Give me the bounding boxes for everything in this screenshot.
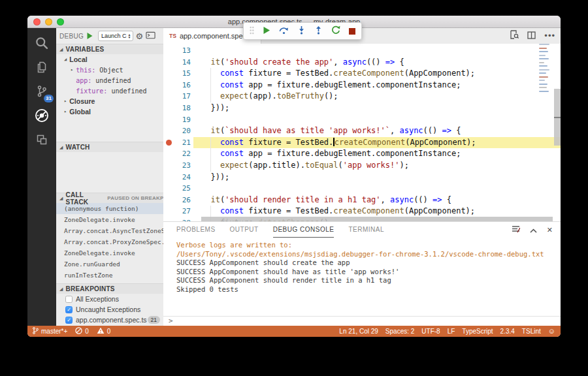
configure-gear-icon[interactable]: ⚙	[136, 32, 144, 40]
debug-sidebar: DEBUG Launch C ▲▼ ⚙ ◢ VARIABLES ◢Local▸t…	[56, 28, 163, 326]
call-stack-section-header[interactable]: ◢ CALL STACK PAUSED ON BREAKPO...	[56, 193, 163, 203]
minimap-line	[539, 69, 549, 70]
watch-section-header[interactable]: ◢ WATCH	[56, 142, 163, 152]
continue-button[interactable]	[263, 25, 270, 37]
breakpoints-list: All Exceptions✓Uncaught Exceptions✓app.c…	[56, 294, 163, 325]
code-line-17[interactable]: 17 expect(app).toBeTruthy();	[163, 91, 561, 102]
status-item[interactable]: UTF-8	[421, 328, 440, 335]
clear-console-icon[interactable]	[512, 224, 520, 236]
status-item[interactable]: TypeScript	[462, 328, 493, 335]
editor-tab-bar: TS app.component.spec.ts •••	[163, 28, 561, 44]
panel-tab-debug-console[interactable]: DEBUG CONSOLE	[273, 222, 335, 238]
stack-frame[interactable]: (anonymous function)	[56, 203, 163, 214]
stack-frame[interactable]: ZoneDelegate.invoke	[56, 214, 163, 225]
status-item[interactable]: LF	[448, 328, 455, 335]
status-item[interactable]: Spaces: 2	[385, 328, 414, 335]
code-text: const app = fixture.debugElement.compone…	[201, 80, 461, 91]
step-over-button[interactable]	[279, 25, 289, 37]
step-out-button[interactable]	[314, 25, 323, 37]
code-text: const fixture = TestBed.createComponent(…	[201, 68, 475, 80]
status-item-warning[interactable]: 0	[97, 327, 111, 336]
code-line-19[interactable]: 19	[163, 114, 561, 126]
code-line-20[interactable]: 20 it(`should have as title 'app works!'…	[163, 125, 561, 137]
code-line-23[interactable]: 23 expect(app.title).toEqual('app works!…	[163, 160, 561, 172]
maximize-panel-icon[interactable]	[530, 224, 537, 236]
split-editor-icon[interactable]	[527, 30, 536, 42]
feedback-smiley-icon[interactable]: ☺	[548, 328, 555, 335]
bottom-panel: PROBLEMSOUTPUTDEBUG CONSOLETERMINAL ✕ Ve…	[163, 221, 561, 326]
start-debug-button[interactable]	[86, 31, 95, 40]
scope-row-local[interactable]: ◢Local	[56, 54, 163, 65]
git-icon[interactable]: 31	[27, 79, 56, 103]
zoom-window-button[interactable]	[57, 18, 64, 25]
breakpoint-checkbox[interactable]	[65, 296, 73, 303]
more-actions-icon[interactable]: •••	[544, 33, 555, 39]
git-pending-badge: 31	[44, 95, 54, 102]
status-item-git-branch[interactable]: master*+	[33, 327, 67, 336]
stack-frame[interactable]: runInTestZone	[56, 270, 163, 281]
code-line-13[interactable]: 13	[163, 45, 561, 57]
search-icon[interactable]	[27, 31, 56, 55]
code-line-18[interactable]: 18 }));	[163, 102, 561, 114]
breakpoint-label: All Exceptions	[76, 295, 119, 303]
variable-name: app:	[76, 77, 95, 84]
variables-section-header[interactable]: ◢ VARIABLES	[56, 44, 163, 54]
scope-row-closure[interactable]: ▸Closure	[56, 96, 163, 106]
launch-config-select[interactable]: Launch C ▲▼	[98, 31, 133, 41]
breakpoints-section-header[interactable]: ◢ BREAKPOINTS	[56, 283, 163, 294]
code-line-16[interactable]: 16 const app = fixture.debugElement.comp…	[163, 80, 561, 91]
code-line-26[interactable]: 26 it('should render title in a h1 tag',…	[163, 195, 561, 206]
status-bar: master*+00 Ln 21, Col 29Spaces: 2UTF-8LF…	[27, 326, 561, 337]
status-item[interactable]: Ln 21, Col 29	[339, 328, 378, 335]
breakpoint-checkbox[interactable]: ✓	[65, 317, 73, 324]
code-line-22[interactable]: 22 const app = fixture.debugElement.comp…	[163, 148, 561, 160]
line-number: 15	[163, 68, 191, 80]
debug-icon[interactable]	[27, 103, 56, 127]
vertical-scrollbar[interactable]	[554, 89, 561, 146]
close-window-button[interactable]	[33, 18, 41, 25]
status-item[interactable]: 2.3.4	[500, 328, 515, 335]
stack-frame[interactable]: Array.concat.ProxyZoneSpec.o...	[56, 236, 163, 247]
files-icon[interactable]	[27, 55, 56, 79]
extensions-icon[interactable]	[27, 127, 56, 151]
breakpoint-row[interactable]: All Exceptions	[56, 294, 163, 304]
variable-row-fixture[interactable]: fixture: undefined	[56, 86, 163, 96]
open-debug-console-icon[interactable]	[146, 31, 155, 40]
scope-row-global[interactable]: ▸Global	[56, 106, 163, 117]
variable-row-app[interactable]: app: undefined	[56, 75, 163, 86]
panel-tab-terminal[interactable]: TERMINAL	[348, 222, 384, 238]
scope-label: Local	[69, 55, 87, 63]
breakpoint-checkbox[interactable]: ✓	[65, 306, 73, 313]
stack-frame[interactable]: ZoneDelegate.invoke	[56, 247, 163, 258]
breakpoint-row[interactable]: ✓Uncaught Exceptions	[56, 304, 163, 315]
step-into-icon	[297, 25, 306, 37]
restart-button[interactable]	[331, 25, 340, 37]
debug-console-input[interactable]: >	[163, 316, 561, 326]
stop-button[interactable]	[349, 25, 355, 37]
toolbar-grip-icon[interactable]	[250, 25, 254, 37]
status-item-error[interactable]: 0	[75, 327, 89, 336]
breakpoint-row[interactable]: ✓app.component.spec.ts21	[56, 315, 163, 325]
panel-tab-bar: PROBLEMSOUTPUTDEBUG CONSOLETERMINAL	[163, 222, 561, 238]
stack-frame[interactable]: Zone.runGuarded	[56, 258, 163, 270]
status-item[interactable]: TSLint	[522, 328, 541, 335]
step-into-button[interactable]	[297, 25, 306, 37]
code-editor[interactable]: 1314 it('should create the app', async((…	[163, 44, 561, 221]
variable-row-this[interactable]: ▸this: Object	[56, 65, 163, 75]
panel-tab-problems[interactable]: PROBLEMS	[176, 222, 216, 238]
minimize-window-button[interactable]	[45, 18, 52, 25]
code-line-27[interactable]: 27 const fixture = TestBed.createCompone…	[163, 206, 561, 217]
breakpoint-label: app.component.spec.ts	[76, 316, 147, 324]
continue-icon	[263, 25, 270, 37]
code-line-15[interactable]: 15 const fixture = TestBed.createCompone…	[163, 68, 561, 80]
code-line-24[interactable]: 24 }));	[163, 172, 561, 183]
typescript-file-icon: TS	[169, 33, 176, 39]
code-line-25[interactable]: 25	[163, 183, 561, 195]
open-preview-icon[interactable]	[510, 30, 519, 42]
code-line-21[interactable]: 21 const fixture = TestBed.createCompone…	[163, 137, 561, 149]
stack-frame[interactable]: Array.concat.AsyncTestZoneSp...	[56, 225, 163, 236]
horizontal-scrollbar[interactable]	[201, 217, 553, 221]
close-panel-icon[interactable]: ✕	[547, 226, 553, 234]
code-line-14[interactable]: 14 it('should create the app', async(() …	[163, 57, 561, 69]
panel-tab-output[interactable]: OUTPUT	[230, 222, 259, 238]
